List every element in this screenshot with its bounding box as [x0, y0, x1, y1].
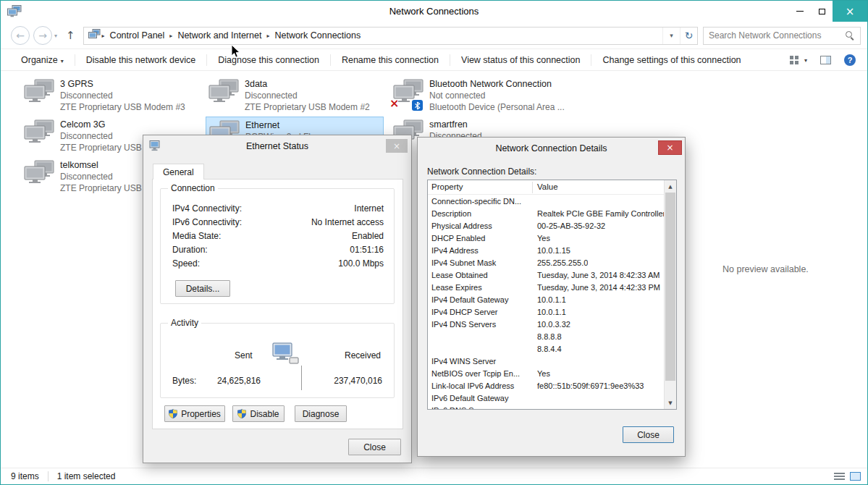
ethernet-status-dialog: Ethernet Status × General Connection IPv…	[143, 135, 412, 463]
table-row[interactable]: IPv6 DNS Server	[428, 404, 664, 409]
group-label: Connection	[168, 183, 218, 193]
forward-button[interactable]: →	[33, 26, 52, 45]
dialog-title-bar: Network Connection Details ×	[418, 138, 685, 159]
table-row[interactable]: Connection-specific DN...	[428, 195, 664, 207]
breadcrumb-network-and-internet[interactable]: Network and Internet	[172, 30, 266, 41]
scroll-down-icon[interactable]: ▼	[665, 397, 676, 409]
back-button[interactable]: ←	[11, 26, 30, 45]
column-value[interactable]: Value	[537, 182, 558, 191]
recent-pages-chevron-icon[interactable]: ▾	[54, 33, 57, 39]
breadcrumb-control-panel[interactable]: Control Panel	[105, 30, 170, 41]
status-separator	[48, 471, 49, 481]
table-row[interactable]: IPv4 DHCP Server10.0.1.1	[428, 305, 664, 318]
table-row[interactable]: IPv4 Default Gateway10.0.1.1	[428, 293, 664, 305]
group-label: Activity	[168, 318, 201, 328]
connection-item[interactable]: × Bluetooth Network Connection Not conne…	[390, 76, 568, 114]
maximize-button[interactable]	[811, 1, 833, 22]
disable-button[interactable]: Disable	[232, 405, 285, 422]
details-button[interactable]: Details...	[175, 280, 230, 297]
dialog-close-button[interactable]: ×	[658, 140, 682, 155]
diagnose-button[interactable]: Diagnose	[295, 405, 347, 422]
rename-connection-command[interactable]: Rename this connection	[331, 55, 450, 65]
chevron-down-icon: ▾	[804, 57, 807, 64]
connection-item[interactable]: 3 GPRS Disconnected ZTE Proprietary USB …	[21, 76, 199, 114]
refresh-icon[interactable]: ↻	[680, 28, 697, 44]
table-row[interactable]: IPv6 Default Gateway	[428, 392, 664, 404]
table-row[interactable]: IPv4 WINS Server	[428, 355, 664, 367]
table-row[interactable]: DHCP EnabledYes	[428, 232, 664, 244]
bytes-sent-value: 24,625,816	[217, 376, 261, 386]
dialog-title-bar: Ethernet Status ×	[143, 135, 411, 157]
network-connection-details-dialog: Network Connection Details × Network Con…	[417, 137, 686, 457]
items-count: 9 items	[11, 471, 39, 481]
preview-pane-message: No preview available.	[722, 264, 809, 274]
table-row[interactable]: IPv4 DNS Servers10.0.3.32	[428, 318, 664, 330]
table-row[interactable]: Physical Address00-25-AB-35-92-32	[428, 219, 664, 232]
address-bar[interactable]: ▸ Control Panel ▸ Network and Internet ▸…	[83, 27, 698, 45]
change-settings-command[interactable]: Change settings of this connection	[591, 55, 751, 65]
organize-button[interactable]: Organize▾	[10, 55, 75, 65]
table-row[interactable]: 8.8.8.8	[428, 330, 664, 342]
dialog-close-button[interactable]: ×	[386, 139, 408, 153]
help-icon[interactable]: ?	[844, 54, 856, 66]
speed-value: 100.0 Mbps	[338, 258, 384, 272]
general-tab-page: Connection IPv4 Connectivity: Internet I…	[152, 179, 403, 429]
scrollbar[interactable]: ▲ ▼	[664, 180, 676, 409]
diagnose-connection-command[interactable]: Diagnose this connection	[207, 55, 330, 65]
connection-item[interactable]: 3data Disconnected ZTE Proprietary USB M…	[206, 76, 384, 114]
media-state-value: Enabled	[352, 231, 384, 245]
ipv6-connectivity-label: IPv6 Connectivity:	[172, 217, 242, 231]
properties-button[interactable]: Properties	[164, 405, 225, 422]
table-row[interactable]: DescriptionRealtek PCIe GBE Family Contr…	[428, 207, 664, 219]
ipv6-connectivity-value: No Internet access	[311, 217, 384, 231]
location-icon	[88, 29, 101, 43]
connection-name: 3data	[245, 78, 370, 90]
close-button[interactable]: ×	[833, 1, 867, 22]
status-dialog-close-button[interactable]: Close	[348, 439, 401, 455]
table-row[interactable]: 8.8.4.4	[428, 342, 664, 355]
selected-count: 1 item selected	[57, 471, 116, 481]
window-title: Network Connections	[1, 6, 867, 17]
connection-name: telkomsel	[60, 159, 151, 171]
chevron-down-icon: ▾	[61, 58, 64, 64]
bytes-received-value: 237,470,016	[334, 376, 382, 386]
tab-general[interactable]: General	[153, 164, 204, 180]
duration-label: Duration:	[172, 245, 208, 258]
scrollbar-thumb[interactable]	[665, 193, 675, 381]
mouse-cursor	[231, 44, 240, 62]
address-dropdown-chevron-icon[interactable]: ▾	[662, 28, 680, 44]
details-view-icon[interactable]	[834, 472, 845, 481]
duration-value: 01:51:16	[350, 245, 384, 258]
preview-pane-icon[interactable]	[820, 56, 831, 64]
activity-group: Activity Sent Received	[160, 323, 395, 398]
dialog-title: Ethernet Status	[143, 141, 411, 151]
table-row[interactable]: NetBIOS over Tcpip En...Yes	[428, 367, 664, 379]
table-row[interactable]: Lease ExpiresTuesday, June 3, 2014 4:42:…	[428, 281, 664, 293]
ipv4-connectivity-label: IPv4 Connectivity:	[172, 203, 242, 217]
disable-device-command[interactable]: Disable this network device	[75, 55, 206, 65]
network-adapter-icon	[208, 79, 240, 108]
up-button[interactable]: ↑	[66, 29, 75, 42]
details-dialog-close-button[interactable]: Close	[623, 426, 674, 443]
table-row[interactable]: IPv4 Address10.0.1.15	[428, 244, 664, 256]
table-row[interactable]: Link-local IPv6 Addressfe80::51b:509f:69…	[428, 379, 664, 392]
view-status-command[interactable]: View status of this connection	[450, 55, 591, 65]
bytes-label: Bytes:	[172, 376, 196, 386]
table-row[interactable]: IPv4 Subnet Mask255.255.255.0	[428, 256, 664, 269]
network-adapter-icon	[24, 119, 56, 148]
breadcrumb-network-connections[interactable]: Network Connections	[269, 30, 366, 41]
change-view-button[interactable]: ▾	[790, 56, 807, 65]
column-property[interactable]: Property	[431, 182, 463, 191]
scroll-up-icon[interactable]: ▲	[665, 180, 676, 193]
search-input[interactable]	[704, 30, 845, 41]
search-icon[interactable]	[845, 30, 855, 41]
connection-status: Disconnected	[245, 90, 370, 101]
column-separator[interactable]	[532, 182, 533, 193]
minimize-button[interactable]	[789, 1, 811, 22]
connection-name: 3 GPRS	[60, 78, 185, 90]
large-icons-view-icon[interactable]	[850, 472, 861, 481]
connection-status: Disconnected	[60, 171, 151, 182]
table-row[interactable]: Lease ObtainedTuesday, June 3, 2014 8:42…	[428, 269, 664, 281]
connection-name: Ethernet	[245, 119, 323, 131]
uac-shield-icon	[169, 409, 177, 418]
